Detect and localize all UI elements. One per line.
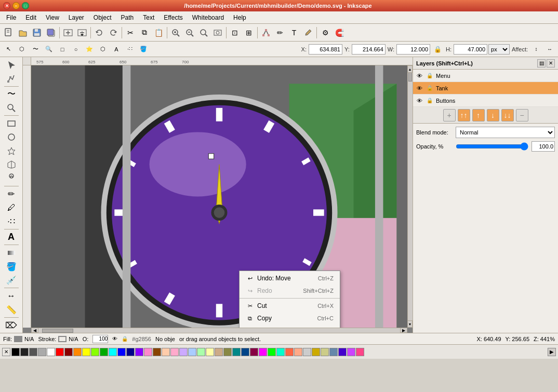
color-light-green[interactable] [197,348,205,356]
color-navy[interactable] [241,348,249,356]
menu-layer[interactable]: Layer [64,13,88,22]
spiral-tool-box[interactable] [4,172,19,185]
lock-aspect-button[interactable]: 🔒 [431,43,444,56]
spray-tool[interactable]: ·∷ [124,43,136,56]
align-button[interactable]: ⊞ [242,26,256,39]
color-salmon[interactable] [294,348,302,356]
canvas-work-area[interactable]: ↩ Undo: Move Ctrl+Z ↪ Redo Shift+Ctrl+Z [23,65,407,328]
affect-pos-button[interactable]: ↕ [530,43,542,56]
color-magenta[interactable] [259,348,267,356]
ctx-copy[interactable]: ⧉ Copy Ctrl+C [240,312,340,325]
circle-tool-box[interactable] [4,131,19,144]
color-tan[interactable] [215,348,223,356]
color-light-pink[interactable] [170,348,179,356]
color-olive[interactable] [223,348,232,356]
color-gray[interactable] [29,348,37,356]
window-controls[interactable]: ✕ − □ [3,2,29,9]
minimize-button[interactable]: − [12,2,20,9]
menu-path[interactable]: Path [117,13,138,22]
color-lavender[interactable] [179,348,188,356]
x-input[interactable] [309,44,342,55]
color-pink[interactable] [144,348,152,356]
zoom-out-button[interactable] [183,26,196,39]
star-tool[interactable]: ⭐ [83,43,96,56]
color-coral[interactable] [285,348,294,356]
close-button[interactable]: ✕ [3,2,10,9]
zoom-tool[interactable]: 🔍 [43,43,55,56]
color-cyan[interactable] [109,348,117,356]
transform-button[interactable]: ⊡ [228,26,242,39]
tweak-tool-box[interactable]: 〜 [4,88,19,101]
cut-button[interactable]: ✂ [124,26,137,39]
color-blue[interactable] [117,348,126,356]
horizontal-scrollbar[interactable] [31,328,407,333]
connector-tool-box[interactable]: ↔ [4,289,19,302]
pencil-button[interactable]: ✏ [273,26,287,39]
color-white[interactable] [47,348,55,356]
save-copy-button[interactable] [44,26,58,39]
color-gold[interactable] [312,348,320,356]
color-orange[interactable] [73,348,82,356]
menu-view[interactable]: View [42,13,63,22]
opacity-input[interactable] [532,141,555,152]
settings-button[interactable]: ⚙ [318,26,332,39]
color-yellow-green[interactable] [91,348,99,356]
open-button[interactable] [16,26,30,39]
color-aqua[interactable] [276,348,285,356]
zoom-in-button[interactable] [169,26,182,39]
text-tool[interactable]: A [110,43,123,56]
scroll-up-button[interactable]: ▲ [407,65,413,73]
h-input[interactable] [454,44,487,55]
color-khaki[interactable] [321,348,329,356]
zoom-fit-button[interactable] [211,26,224,39]
eraser-tool-box[interactable]: ⌦ [4,319,19,332]
undo-button[interactable] [92,26,106,39]
color-skin[interactable] [162,348,170,356]
layers-menu-button[interactable]: ▤ [537,59,546,67]
layer-lock-menu[interactable]: 🔒 [426,72,434,80]
color-lime[interactable] [268,348,276,356]
canvas-container[interactable]: 575 600 625 650 675 700 [23,57,413,333]
menu-help[interactable]: Help [229,13,250,22]
vertical-scrollbar[interactable] [407,65,413,328]
raise-layer-button[interactable]: ↑↑ [458,109,470,121]
canvas-drawing-area[interactable]: ↩ Undo: Move Ctrl+Z ↪ Redo Shift+Ctrl+Z [31,65,407,328]
node-editor-button[interactable] [259,26,273,39]
select-tool[interactable]: ↖ [2,43,15,56]
layers-close-button[interactable]: ✕ [547,59,555,67]
star-tool-box[interactable] [4,144,19,157]
layer-eye-buttons[interactable]: 👁 [415,97,423,105]
zoom-100-button[interactable] [197,26,210,39]
menu-object[interactable]: Object [89,13,116,22]
selector-tool[interactable] [4,58,19,71]
lower-one-button[interactable]: ↓ [487,109,499,121]
layer-row-buttons[interactable]: 👁 🔒 Buttons [413,94,558,107]
color-purple[interactable] [135,348,143,356]
no-fill-button[interactable]: ✕ [2,348,10,356]
redo-button[interactable] [107,26,120,39]
color-black[interactable] [11,348,20,356]
color-teal[interactable] [232,348,241,356]
pencil-tool-box[interactable]: ✏ [4,187,19,200]
paste-button[interactable]: 📋 [152,26,165,39]
color-red[interactable] [56,348,64,356]
export-button[interactable] [75,26,89,39]
menu-text[interactable]: Text [139,13,158,22]
maximize-button[interactable]: □ [22,2,29,9]
color-maroon[interactable] [250,348,258,356]
y-input[interactable] [352,44,386,55]
scroll-right-button[interactable]: ▶ [400,328,407,333]
menu-whiteboard[interactable]: Whiteboard [188,13,228,22]
color-dark-red[interactable] [64,348,73,356]
layer-lock-tank[interactable]: 🔒 [426,84,434,92]
layer-row-tank[interactable]: 👁 🔒 Tank [413,82,558,94]
measure-tool-box[interactable]: 📏 [4,303,19,316]
node-tool[interactable]: ⬡ [16,43,28,56]
text-tool-box[interactable]: A [4,231,19,244]
add-layer-button[interactable]: + [443,109,456,121]
color-slate[interactable] [329,348,338,356]
lower-layer-button[interactable]: ↓↓ [501,109,514,121]
color-indigo[interactable] [338,348,347,356]
node-edit-tool[interactable] [4,72,19,85]
menu-edit[interactable]: Edit [21,13,41,22]
